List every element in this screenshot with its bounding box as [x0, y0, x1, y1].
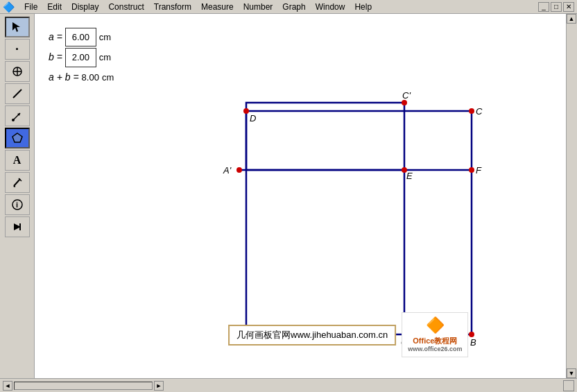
menu-construct[interactable]: Construct: [104, 1, 148, 12]
label-Ap: A': [223, 165, 232, 176]
tool-text[interactable]: A: [5, 150, 30, 171]
scroll-right[interactable]: ►: [154, 381, 164, 391]
point-Cp[interactable]: [402, 100, 407, 105]
menu-edit[interactable]: Edit: [43, 1, 66, 12]
scroll-left[interactable]: ◄: [3, 381, 12, 391]
scroll-down[interactable]: ▼: [567, 368, 576, 378]
canvas-banner: 几何画板官网www.jihehuaban.com.cn 🔶 Office教程网 …: [228, 312, 468, 357]
banner-text: 几何画板官网www.jihehuaban.com.cn: [228, 325, 396, 346]
tool-polygon[interactable]: [5, 128, 30, 148]
scroll-up[interactable]: ▲: [567, 14, 576, 24]
tool-arrow[interactable]: [5, 105, 30, 126]
tool-pencil[interactable]: [5, 172, 30, 193]
outer-rectangle: [246, 111, 472, 334]
menu-display[interactable]: Display: [67, 1, 103, 12]
menubar: 🔷 File Edit Display Construct Transform …: [0, 0, 577, 14]
point-C[interactable]: [469, 108, 474, 114]
tool-custom[interactable]: [5, 216, 30, 237]
resize-corner[interactable]: [563, 380, 574, 391]
menu-graph[interactable]: Graph: [278, 1, 309, 12]
office-logo-line1: Office教程网: [408, 336, 462, 346]
label-F: F: [476, 165, 482, 176]
scrollbar-right[interactable]: ▲ ▼: [566, 14, 577, 378]
window-maximize[interactable]: □: [551, 2, 562, 12]
app-icon: 🔷: [3, 1, 15, 12]
svg-point-7: [12, 119, 15, 121]
label-C: C: [476, 106, 483, 117]
label-Cp: C': [402, 90, 411, 101]
point-D[interactable]: [243, 108, 249, 114]
menu-number[interactable]: Number: [239, 1, 277, 12]
canvas-area[interactable]: a = 6.00 cm b = 2.00 cm a + b = 8.00 cm: [35, 14, 566, 378]
label-E: E: [406, 171, 413, 181]
main-layout: · A i a = 6.00: [0, 14, 577, 378]
menu-file[interactable]: File: [20, 1, 42, 12]
tool-point[interactable]: ·: [5, 39, 30, 60]
svg-marker-0: [12, 22, 20, 32]
label-B: B: [470, 337, 476, 348]
point-Ap[interactable]: [236, 167, 242, 173]
menu-help[interactable]: Help: [350, 1, 376, 12]
window-close[interactable]: ✕: [563, 2, 574, 12]
svg-line-4: [13, 90, 21, 98]
tool-select[interactable]: [5, 17, 30, 37]
horizontal-scrollbar[interactable]: [14, 382, 153, 390]
svg-marker-10: [13, 186, 15, 187]
point-F[interactable]: [469, 167, 474, 173]
tool-info[interactable]: i: [5, 194, 30, 215]
bottom-bar: ◄ ►: [0, 378, 577, 392]
menu-transform[interactable]: Transform: [150, 1, 196, 12]
office-logo: 🔶 Office教程网 www.office26.com: [402, 312, 468, 357]
svg-line-9: [14, 179, 20, 186]
toolbar: · A i: [0, 14, 35, 378]
office-logo-line2: www.office26.com: [408, 346, 462, 354]
point-B[interactable]: [469, 332, 474, 337]
svg-marker-8: [12, 133, 22, 142]
window-minimize[interactable]: _: [538, 2, 549, 12]
tool-compass[interactable]: [5, 61, 30, 82]
menu-window[interactable]: Window: [311, 1, 350, 12]
tool-line[interactable]: [5, 83, 30, 104]
svg-text:i: i: [16, 201, 18, 209]
label-D: D: [250, 113, 256, 123]
inner-top-rectangle: [246, 103, 404, 170]
menu-measure[interactable]: Measure: [197, 1, 238, 12]
